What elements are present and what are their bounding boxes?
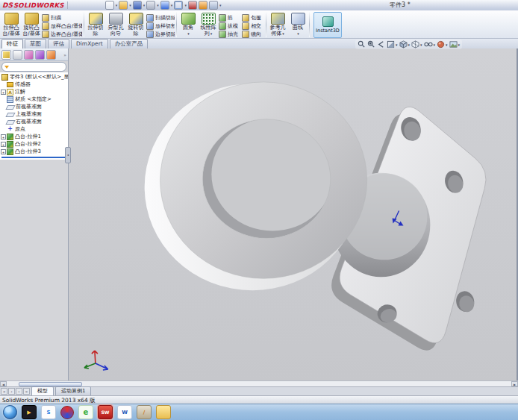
- media-app-icon[interactable]: ▶: [22, 405, 37, 419]
- rollback-bar[interactable]: [1, 157, 67, 158]
- section-view-icon[interactable]: ▾: [387, 40, 398, 48]
- feature-manager-tab-icon[interactable]: [1, 50, 11, 60]
- dropdown-caret[interactable]: ▾: [282, 31, 284, 37]
- media-player-icon[interactable]: [60, 406, 74, 419]
- lofted-cut-button[interactable]: 放样切割: [146, 22, 175, 30]
- edit-color-icon[interactable]: [199, 1, 207, 10]
- horizontal-scrollbar[interactable]: ◀ ▶: [0, 380, 518, 386]
- dropdown-caret[interactable]: ▾: [187, 31, 190, 37]
- intersect-button[interactable]: 相交: [242, 22, 264, 30]
- select-cursor-icon[interactable]: [174, 1, 183, 10]
- previous-view-icon[interactable]: [377, 40, 385, 48]
- dropdown-caret[interactable]: ▾: [143, 1, 146, 9]
- dropdown-caret[interactable]: ▾: [297, 31, 299, 37]
- rebuild-icon[interactable]: [188, 1, 197, 10]
- expand-icon[interactable]: +: [1, 142, 6, 147]
- tree-item-part-root[interactable]: 零件3 (默认<<默认>_显示状态: [1, 73, 68, 81]
- revolved-boss-button[interactable]: 旋转凸 台/基体: [22, 11, 41, 38]
- fillet-button[interactable]: 圆角 ▾: [178, 11, 198, 38]
- panel-collapse-handle[interactable]: ◂: [65, 147, 71, 163]
- save-icon[interactable]: [133, 1, 142, 10]
- expand-icon[interactable]: +: [1, 134, 6, 140]
- dropdown-caret[interactable]: ▾: [458, 43, 461, 47]
- apply-scene-icon[interactable]: ▾: [449, 40, 461, 48]
- dropdown-caret[interactable]: ▾: [446, 43, 448, 47]
- swept-boss-button[interactable]: 扫描: [42, 13, 82, 22]
- mirror-button[interactable]: 镜向: [242, 30, 264, 38]
- dropdown-caret[interactable]: ▾: [420, 43, 422, 47]
- edit-appearance-icon[interactable]: ▾: [437, 40, 448, 48]
- tree-item-material[interactable]: 材质 <未指定>: [1, 95, 68, 103]
- tab-scroll-prev[interactable]: ‹: [8, 388, 15, 395]
- tree-item-right-plane[interactable]: 右视基准面: [1, 118, 68, 125]
- revolved-cut-button[interactable]: 旋转切 除: [126, 11, 146, 38]
- draft-button[interactable]: 拔模: [219, 22, 241, 30]
- sogou-browser-icon[interactable]: S: [41, 405, 56, 419]
- tree-item-annotations[interactable]: + 注解: [1, 88, 68, 95]
- hide-show-items-icon[interactable]: ▾: [424, 40, 436, 48]
- window-options-icon[interactable]: [209, 1, 218, 10]
- start-button[interactable]: [3, 405, 17, 419]
- utility-app-icon[interactable]: /: [137, 405, 152, 419]
- expand-icon[interactable]: +: [1, 90, 6, 95]
- tree-item-front-plane[interactable]: 前视基准面: [1, 103, 68, 110]
- dimxpert-manager-tab-icon[interactable]: [46, 50, 56, 60]
- dropdown-caret[interactable]: ▾: [396, 43, 398, 47]
- scroll-left-arrow[interactable]: ◀: [0, 381, 7, 386]
- shell-button[interactable]: 抽壳: [219, 30, 241, 38]
- lofted-boss-button[interactable]: 放样凸台/基体: [42, 22, 82, 30]
- open-icon[interactable]: [119, 1, 128, 10]
- 3d-viewport-canvas[interactable]: [69, 48, 517, 380]
- dropdown-caret[interactable]: ▾: [219, 1, 222, 9]
- tab-sketch[interactable]: 草图: [25, 39, 46, 48]
- dropdown-caret[interactable]: ▾: [184, 1, 187, 9]
- tab-scroll-last[interactable]: »: [23, 388, 30, 395]
- linear-pattern-button[interactable]: 线性阵 列▾: [199, 11, 218, 38]
- dropdown-caret[interactable]: ▾: [434, 43, 436, 47]
- view-orientation-icon[interactable]: ▾: [399, 40, 411, 48]
- model-tab[interactable]: 模型: [31, 386, 54, 395]
- expand-icon[interactable]: +: [1, 149, 6, 154]
- dropdown-caret[interactable]: ▾: [116, 1, 118, 9]
- scroll-right-arrow[interactable]: ▶: [511, 381, 518, 386]
- zoom-fit-icon[interactable]: [358, 40, 366, 48]
- tree-item-boss-extrude3[interactable]: + 凸台-拉伸3: [1, 148, 68, 155]
- print-icon[interactable]: [146, 1, 155, 10]
- instant3d-toggle[interactable]: Instant3D: [313, 12, 342, 38]
- dropdown-caret[interactable]: ▾: [129, 1, 131, 9]
- dropdown-caret[interactable]: ▾: [157, 1, 159, 9]
- rib-button[interactable]: 筋: [219, 13, 241, 22]
- tab-scroll-first[interactable]: «: [1, 388, 7, 395]
- tree-item-boss-extrude2[interactable]: + 凸台-拉伸2: [1, 140, 68, 148]
- folder-icon[interactable]: [156, 405, 171, 419]
- tab-dimxpert[interactable]: DimXpert: [71, 39, 108, 48]
- tree-item-sensors[interactable]: 传感器: [1, 81, 68, 88]
- swept-cut-button[interactable]: 扫描切除: [146, 13, 175, 22]
- extruded-boss-button[interactable]: 拉伸凸 台/基体: [1, 11, 21, 38]
- display-style-icon[interactable]: ▾: [411, 40, 422, 48]
- tree-item-origin[interactable]: 原点: [1, 125, 68, 133]
- word-app-icon[interactable]: W: [117, 405, 132, 419]
- tab-office-products[interactable]: 办公室产品: [110, 39, 149, 48]
- dropdown-caret[interactable]: ▾: [408, 43, 411, 47]
- dropdown-caret[interactable]: ▾: [210, 31, 213, 37]
- ie-browser-icon[interactable]: e: [78, 405, 93, 419]
- reference-geometry-button[interactable]: 参考几 何体▾: [268, 11, 287, 38]
- property-manager-tab-icon[interactable]: [13, 50, 22, 60]
- boundary-cut-button[interactable]: 边界切除: [146, 30, 175, 38]
- tab-evaluate[interactable]: 评估: [48, 39, 69, 48]
- display-manager-tab-icon[interactable]: [35, 50, 45, 60]
- curves-button[interactable]: 曲线 ▾: [288, 11, 308, 38]
- tree-filter-input[interactable]: [10, 64, 63, 70]
- motion-study-tab[interactable]: 运动算例1: [55, 386, 91, 395]
- tree-item-boss-extrude1[interactable]: + 凸台-拉伸1: [1, 133, 68, 140]
- dropdown-caret[interactable]: ▾: [171, 1, 173, 9]
- configuration-manager-tab-icon[interactable]: [24, 50, 34, 60]
- wrap-button[interactable]: 包覆: [242, 13, 264, 22]
- undo-icon[interactable]: [160, 1, 169, 10]
- tab-features[interactable]: 特征: [1, 39, 23, 48]
- tree-item-top-plane[interactable]: 上视基准面: [1, 110, 68, 118]
- extruded-cut-button[interactable]: 拉伸切 除: [86, 11, 105, 38]
- manager-overflow-chevron[interactable]: »: [63, 52, 66, 57]
- new-document-icon[interactable]: [105, 1, 114, 10]
